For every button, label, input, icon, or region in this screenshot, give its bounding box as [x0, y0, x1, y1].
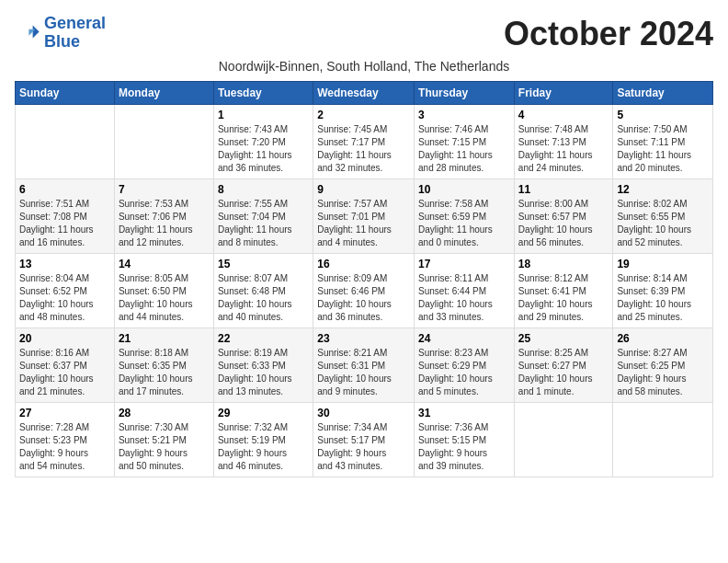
calendar-cell: 3Sunrise: 7:46 AM Sunset: 7:15 PM Daylig… — [415, 105, 515, 179]
day-info: Sunrise: 7:57 AM Sunset: 7:01 PM Dayligh… — [317, 198, 410, 249]
logo: General Blue — [15, 15, 106, 52]
calendar-cell: 5Sunrise: 7:50 AM Sunset: 7:11 PM Daylig… — [613, 105, 713, 179]
calendar-cell: 21Sunrise: 8:18 AM Sunset: 6:35 PM Dayli… — [114, 328, 213, 403]
day-info: Sunrise: 8:09 AM Sunset: 6:46 PM Dayligh… — [317, 272, 410, 324]
logo-text: General Blue — [44, 15, 106, 52]
day-number: 28 — [119, 407, 210, 419]
day-info: Sunrise: 8:18 AM Sunset: 6:35 PM Dayligh… — [119, 347, 210, 398]
day-number: 13 — [19, 258, 110, 270]
day-number: 19 — [617, 258, 709, 270]
day-info: Sunrise: 8:00 AM Sunset: 6:57 PM Dayligh… — [518, 198, 609, 249]
day-info: Sunrise: 8:12 AM Sunset: 6:41 PM Dayligh… — [518, 272, 609, 324]
day-info: Sunrise: 8:23 AM Sunset: 6:29 PM Dayligh… — [418, 347, 510, 398]
day-info: Sunrise: 7:43 AM Sunset: 7:20 PM Dayligh… — [218, 123, 309, 175]
day-info: Sunrise: 7:46 AM Sunset: 7:15 PM Dayligh… — [418, 123, 510, 175]
calendar-cell: 12Sunrise: 8:02 AM Sunset: 6:55 PM Dayli… — [613, 179, 713, 254]
day-info: Sunrise: 7:50 AM Sunset: 7:11 PM Dayligh… — [617, 123, 709, 175]
calendar-cell — [514, 403, 613, 477]
day-number: 22 — [218, 332, 309, 345]
calendar-cell: 1Sunrise: 7:43 AM Sunset: 7:20 PM Daylig… — [213, 105, 313, 179]
day-info: Sunrise: 8:11 AM Sunset: 6:44 PM Dayligh… — [418, 272, 510, 324]
calendar-week-4: 20Sunrise: 8:16 AM Sunset: 6:37 PM Dayli… — [16, 328, 713, 403]
day-number: 9 — [317, 183, 410, 196]
day-number: 10 — [418, 183, 510, 196]
calendar-cell: 27Sunrise: 7:28 AM Sunset: 5:23 PM Dayli… — [16, 403, 115, 477]
calendar-cell: 30Sunrise: 7:34 AM Sunset: 5:17 PM Dayli… — [313, 403, 415, 477]
day-info: Sunrise: 7:45 AM Sunset: 7:17 PM Dayligh… — [317, 123, 410, 175]
calendar-table: SundayMondayTuesdayWednesdayThursdayFrid… — [15, 81, 713, 477]
day-info: Sunrise: 7:30 AM Sunset: 5:21 PM Dayligh… — [119, 421, 210, 473]
calendar-week-1: 1Sunrise: 7:43 AM Sunset: 7:20 PM Daylig… — [16, 105, 713, 179]
header-tuesday: Tuesday — [213, 82, 313, 105]
day-number: 24 — [418, 332, 510, 345]
day-number: 16 — [317, 258, 410, 270]
calendar-cell: 18Sunrise: 8:12 AM Sunset: 6:41 PM Dayli… — [514, 254, 613, 328]
day-number: 21 — [119, 332, 210, 345]
calendar-subtitle: Noordwijk-Binnen, South Holland, The Net… — [15, 59, 713, 74]
header-thursday: Thursday — [415, 82, 515, 105]
day-number: 5 — [617, 109, 709, 121]
header-saturday: Saturday — [613, 82, 713, 105]
day-number: 7 — [119, 183, 210, 196]
calendar-cell: 10Sunrise: 7:58 AM Sunset: 6:59 PM Dayli… — [415, 179, 515, 254]
day-number: 26 — [617, 332, 709, 345]
day-number: 1 — [218, 109, 309, 121]
calendar-week-3: 13Sunrise: 8:04 AM Sunset: 6:52 PM Dayli… — [16, 254, 713, 328]
svg-marker-0 — [33, 25, 40, 38]
day-number: 11 — [518, 183, 609, 196]
day-info: Sunrise: 8:27 AM Sunset: 6:25 PM Dayligh… — [617, 347, 709, 398]
calendar-cell: 17Sunrise: 8:11 AM Sunset: 6:44 PM Dayli… — [415, 254, 515, 328]
calendar-cell: 29Sunrise: 7:32 AM Sunset: 5:19 PM Dayli… — [213, 403, 313, 477]
day-number: 15 — [218, 258, 309, 270]
day-info: Sunrise: 8:19 AM Sunset: 6:33 PM Dayligh… — [218, 347, 309, 398]
day-number: 30 — [317, 407, 410, 419]
calendar-cell — [114, 105, 213, 179]
day-number: 20 — [19, 332, 110, 345]
calendar-cell — [16, 105, 115, 179]
day-number: 3 — [418, 109, 510, 121]
calendar-cell — [613, 403, 713, 477]
calendar-cell: 20Sunrise: 8:16 AM Sunset: 6:37 PM Dayli… — [16, 328, 115, 403]
calendar-cell: 7Sunrise: 7:53 AM Sunset: 7:06 PM Daylig… — [114, 179, 213, 254]
calendar-cell: 24Sunrise: 8:23 AM Sunset: 6:29 PM Dayli… — [415, 328, 515, 403]
calendar-cell: 13Sunrise: 8:04 AM Sunset: 6:52 PM Dayli… — [16, 254, 115, 328]
calendar-cell: 19Sunrise: 8:14 AM Sunset: 6:39 PM Dayli… — [613, 254, 713, 328]
calendar-cell: 28Sunrise: 7:30 AM Sunset: 5:21 PM Dayli… — [114, 403, 213, 477]
calendar-cell: 2Sunrise: 7:45 AM Sunset: 7:17 PM Daylig… — [313, 105, 415, 179]
day-number: 23 — [317, 332, 410, 345]
calendar-cell: 31Sunrise: 7:36 AM Sunset: 5:15 PM Dayli… — [415, 403, 515, 477]
day-number: 17 — [418, 258, 510, 270]
calendar-cell: 6Sunrise: 7:51 AM Sunset: 7:08 PM Daylig… — [16, 179, 115, 254]
day-info: Sunrise: 7:28 AM Sunset: 5:23 PM Dayligh… — [19, 421, 110, 473]
calendar-cell: 9Sunrise: 7:57 AM Sunset: 7:01 PM Daylig… — [313, 179, 415, 254]
page-header: General Blue October 2024 — [15, 15, 713, 53]
calendar-body: 1Sunrise: 7:43 AM Sunset: 7:20 PM Daylig… — [16, 105, 713, 477]
day-number: 18 — [518, 258, 609, 270]
calendar-cell: 11Sunrise: 8:00 AM Sunset: 6:57 PM Dayli… — [514, 179, 613, 254]
calendar-cell: 15Sunrise: 8:07 AM Sunset: 6:48 PM Dayli… — [213, 254, 313, 328]
day-info: Sunrise: 8:07 AM Sunset: 6:48 PM Dayligh… — [218, 272, 309, 324]
day-info: Sunrise: 7:36 AM Sunset: 5:15 PM Dayligh… — [418, 421, 510, 473]
day-info: Sunrise: 7:51 AM Sunset: 7:08 PM Dayligh… — [19, 198, 110, 249]
day-info: Sunrise: 7:32 AM Sunset: 5:19 PM Dayligh… — [218, 421, 309, 473]
header-monday: Monday — [114, 82, 213, 105]
day-number: 4 — [518, 109, 609, 121]
day-number: 8 — [218, 183, 309, 196]
day-number: 2 — [317, 109, 410, 121]
header-friday: Friday — [514, 82, 613, 105]
day-info: Sunrise: 8:21 AM Sunset: 6:31 PM Dayligh… — [317, 347, 410, 398]
day-info: Sunrise: 7:58 AM Sunset: 6:59 PM Dayligh… — [418, 198, 510, 249]
day-info: Sunrise: 7:55 AM Sunset: 7:04 PM Dayligh… — [218, 198, 309, 249]
day-info: Sunrise: 8:25 AM Sunset: 6:27 PM Dayligh… — [518, 347, 609, 398]
calendar-week-2: 6Sunrise: 7:51 AM Sunset: 7:08 PM Daylig… — [16, 179, 713, 254]
calendar-cell: 23Sunrise: 8:21 AM Sunset: 6:31 PM Dayli… — [313, 328, 415, 403]
month-title: October 2024 — [504, 15, 713, 53]
calendar-cell: 4Sunrise: 7:48 AM Sunset: 7:13 PM Daylig… — [514, 105, 613, 179]
day-info: Sunrise: 7:34 AM Sunset: 5:17 PM Dayligh… — [317, 421, 410, 473]
day-number: 29 — [218, 407, 309, 419]
header-sunday: Sunday — [16, 82, 115, 105]
calendar-cell: 25Sunrise: 8:25 AM Sunset: 6:27 PM Dayli… — [514, 328, 613, 403]
day-info: Sunrise: 8:04 AM Sunset: 6:52 PM Dayligh… — [19, 272, 110, 324]
calendar-week-5: 27Sunrise: 7:28 AM Sunset: 5:23 PM Dayli… — [16, 403, 713, 477]
calendar-cell: 22Sunrise: 8:19 AM Sunset: 6:33 PM Dayli… — [213, 328, 313, 403]
